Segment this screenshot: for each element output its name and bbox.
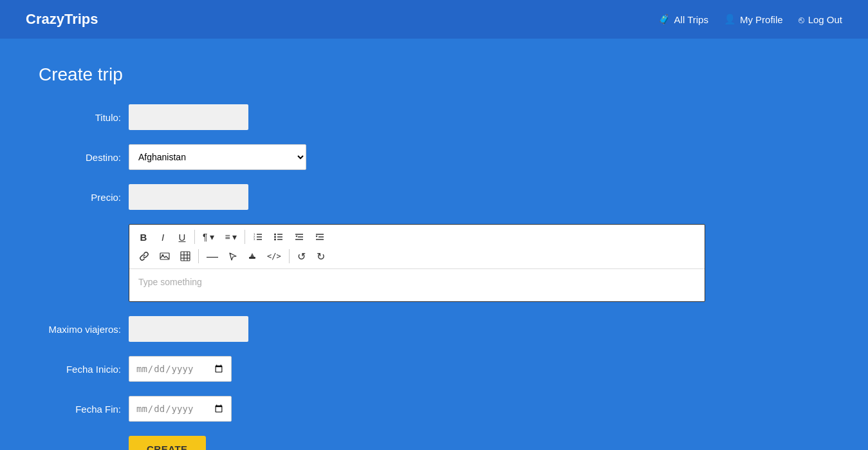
svg-marker-19 (316, 236, 318, 238)
destino-select[interactable]: AfghanistanAlbaniaAlgeriaArgentinaAustra… (129, 144, 306, 170)
user-icon: 👤 (724, 14, 736, 25)
toolbar-separator-1 (194, 230, 195, 244)
maximo-input[interactable] (129, 316, 248, 342)
paragraph-button[interactable]: ¶ ▾ (198, 229, 219, 245)
logout-icon: ⎋ (799, 14, 804, 25)
svg-text:3.: 3. (254, 238, 255, 241)
fecha-fin-label: Fecha Fin: (39, 404, 129, 415)
precio-group: Precio: (39, 184, 829, 210)
navbar-links: 🧳 All Trips 👤 My Profile ⎋ Log Out (658, 14, 842, 25)
svg-point-10 (274, 236, 276, 238)
redo-button[interactable]: ↻ (312, 248, 330, 265)
undo-button[interactable]: ↺ (293, 248, 311, 265)
toolbar-separator-4 (289, 249, 290, 263)
maximo-group: Maximo viajeros: (39, 316, 829, 342)
svg-point-9 (274, 234, 276, 236)
outdent-button[interactable] (290, 229, 309, 245)
titulo-label: Titulo: (39, 112, 129, 123)
toolbar-row-1: B I U ¶ ▾ ≡ ▾ 1.2.3. (134, 229, 699, 245)
svg-rect-22 (181, 252, 190, 261)
image-button[interactable] (155, 248, 174, 265)
toolbar-row-2: — </> ↺ ↻ (134, 248, 699, 265)
table-button[interactable] (176, 248, 195, 265)
marker-button[interactable] (243, 248, 261, 265)
hr-button[interactable]: — (202, 248, 223, 265)
page-title: Create trip (39, 64, 829, 85)
create-button[interactable]: CREATE (129, 436, 206, 450)
my-profile-link[interactable]: 👤 My Profile (724, 14, 783, 25)
luggage-icon: 🧳 (658, 14, 670, 25)
bold-button[interactable]: B (134, 229, 152, 245)
fecha-inicio-group: Fecha Inicio: (39, 356, 829, 382)
editor-toolbar: B I U ¶ ▾ ≡ ▾ 1.2.3. (129, 225, 705, 269)
all-trips-link[interactable]: 🧳 All Trips (658, 14, 708, 25)
maximo-label: Maximo viajeros: (39, 324, 129, 335)
fecha-fin-input[interactable] (129, 396, 232, 422)
all-trips-label: All Trips (674, 14, 708, 25)
svg-point-11 (274, 239, 276, 241)
italic-button[interactable]: I (154, 229, 172, 245)
destino-group: Destino: AfghanistanAlbaniaAlgeriaArgent… (39, 144, 829, 170)
underline-button[interactable]: U (173, 229, 191, 245)
select-button[interactable] (224, 248, 242, 265)
code-button[interactable]: </> (263, 248, 286, 265)
editor-body[interactable]: Type something (129, 269, 705, 301)
editor-placeholder: Type something (138, 277, 202, 287)
fecha-inicio-input[interactable] (129, 356, 232, 382)
align-button[interactable]: ≡ ▾ (220, 229, 241, 245)
navbar: CrazyTrips 🧳 All Trips 👤 My Profile ⎋ Lo… (0, 0, 868, 39)
destino-label: Destino: (39, 152, 129, 163)
log-out-label: Log Out (808, 14, 842, 25)
indent-button[interactable] (310, 229, 329, 245)
toolbar-separator-2 (245, 230, 245, 244)
fecha-fin-group: Fecha Fin: (39, 396, 829, 422)
rich-text-editor: B I U ¶ ▾ ≡ ▾ 1.2.3. (129, 224, 705, 302)
unordered-list-button[interactable] (269, 229, 288, 245)
log-out-link[interactable]: ⎋ Log Out (799, 14, 842, 25)
precio-label: Precio: (39, 192, 129, 203)
ordered-list-button[interactable]: 1.2.3. (248, 229, 268, 245)
fecha-inicio-label: Fecha Inicio: (39, 364, 129, 375)
my-profile-label: My Profile (740, 14, 783, 25)
titulo-input[interactable] (129, 104, 248, 130)
svg-rect-27 (249, 257, 255, 259)
titulo-group: Titulo: (39, 104, 829, 130)
brand-logo[interactable]: CrazyTrips (26, 11, 98, 28)
precio-input[interactable] (129, 184, 248, 210)
toolbar-separator-3 (198, 249, 199, 263)
link-button[interactable] (134, 248, 154, 265)
main-content: Create trip Titulo: Destino: Afghanistan… (0, 39, 868, 450)
svg-marker-15 (295, 236, 297, 238)
